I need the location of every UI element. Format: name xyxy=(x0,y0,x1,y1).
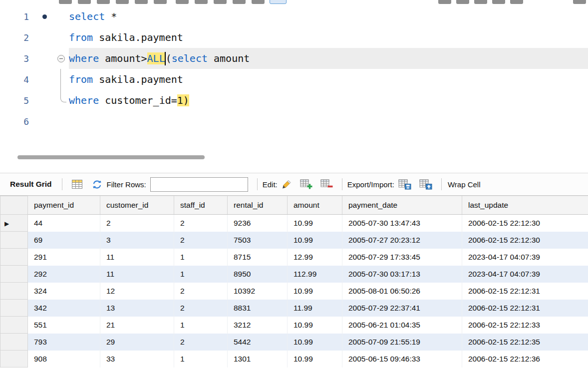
grid-row[interactable]: 342132883111.992005-07-29 22:37:412006-0… xyxy=(0,300,588,317)
export-recordset-icon[interactable] xyxy=(398,179,411,190)
grid-cell[interactable]: 2 xyxy=(174,300,228,317)
grid-cell[interactable]: 2006-02-15 22:12:30 xyxy=(462,232,588,249)
grid-cell[interactable]: 69 xyxy=(28,232,100,249)
grid-cell[interactable]: 2006-02-15 22:12:36 xyxy=(462,351,588,368)
grid-cell[interactable]: 2023-04-17 04:07:39 xyxy=(462,249,588,266)
grid-row[interactable]: 291111871512.992005-07-29 17:33:452023-0… xyxy=(0,249,588,266)
grid-row[interactable]: 3241221039210.992005-08-01 06:50:262006-… xyxy=(0,283,588,300)
grid-cell[interactable]: 2005-07-29 22:37:41 xyxy=(342,300,462,317)
delete-row-icon[interactable] xyxy=(320,179,333,189)
result-grid-icon[interactable] xyxy=(71,179,83,189)
code-text[interactable]: from sakila.payment xyxy=(69,27,588,48)
clipped-toolbar-icon[interactable] xyxy=(510,0,523,4)
grid-cell[interactable]: 12.99 xyxy=(288,249,342,266)
grid-row[interactable]: 551211321210.992005-06-21 01:04:352006-0… xyxy=(0,317,588,334)
grid-cell[interactable]: 2005-07-30 13:47:43 xyxy=(342,215,462,232)
grid-cell[interactable]: 3212 xyxy=(228,317,288,334)
grid-cell[interactable]: 2005-07-09 21:55:19 xyxy=(342,334,462,351)
grid-cell[interactable]: 291 xyxy=(28,249,100,266)
sql-editor[interactable]: 1select *2from sakila.payment3where amou… xyxy=(0,6,588,152)
grid-cell[interactable]: 8831 xyxy=(228,300,288,317)
grid-cell[interactable]: 2005-07-29 17:33:45 xyxy=(342,249,462,266)
grid-cell[interactable]: 793 xyxy=(28,334,100,351)
clipped-toolbar-icon[interactable] xyxy=(214,0,227,4)
grid-cell[interactable]: 21 xyxy=(100,317,174,334)
grid-cell[interactable]: 2006-02-15 22:12:31 xyxy=(462,300,588,317)
filter-rows-input[interactable] xyxy=(150,177,248,192)
column-header[interactable]: last_update xyxy=(462,196,588,215)
grid-cell[interactable]: 324 xyxy=(28,283,100,300)
clipped-toolbar-icon[interactable] xyxy=(195,0,208,4)
code-text[interactable]: from sakila.payment xyxy=(69,69,588,90)
grid-cell[interactable]: 2005-07-27 20:23:12 xyxy=(342,232,462,249)
grid-cell[interactable]: 10.99 xyxy=(288,334,342,351)
grid-cell[interactable]: 11 xyxy=(100,266,174,283)
grid-cell[interactable]: 12 xyxy=(100,283,174,300)
grid-cell[interactable]: 13 xyxy=(100,300,174,317)
grid-cell[interactable]: 8950 xyxy=(228,266,288,283)
grid-cell[interactable]: 10.99 xyxy=(288,232,342,249)
clipped-toolbar-icon[interactable] xyxy=(456,0,469,4)
column-header[interactable]: rental_id xyxy=(228,196,288,215)
grid-row[interactable]: ▶4422923610.992005-07-30 13:47:432006-02… xyxy=(0,215,588,232)
grid-row[interactable]: 793292544210.992005-07-09 21:55:192006-0… xyxy=(0,334,588,351)
grid-cell[interactable]: 292 xyxy=(28,266,100,283)
edit-pencil-icon[interactable] xyxy=(282,179,292,189)
clipped-toolbar-icon[interactable] xyxy=(573,0,586,4)
editor-line[interactable]: 2from sakila.payment xyxy=(0,27,588,48)
grid-cell[interactable]: 11 xyxy=(100,249,174,266)
editor-line[interactable]: 5where customer_id=1) xyxy=(0,90,588,111)
row-selector[interactable] xyxy=(0,232,28,249)
clipped-toolbar-icon[interactable] xyxy=(97,0,110,4)
grid-cell[interactable]: 908 xyxy=(28,351,100,368)
insert-row-icon[interactable] xyxy=(300,179,312,189)
grid-cell[interactable]: 2006-02-15 22:12:35 xyxy=(462,334,588,351)
row-selector[interactable]: ▶ xyxy=(0,215,28,232)
grid-cell[interactable]: 342 xyxy=(28,300,100,317)
row-selector[interactable] xyxy=(0,351,28,368)
row-selector[interactable] xyxy=(0,266,28,283)
grid-cell[interactable]: 1301 xyxy=(228,351,288,368)
grid-cell[interactable]: 10.99 xyxy=(288,351,342,368)
grid-cell[interactable]: 2005-06-15 09:46:33 xyxy=(342,351,462,368)
grid-cell[interactable]: 2 xyxy=(174,232,228,249)
row-selector[interactable] xyxy=(0,334,28,351)
grid-cell[interactable]: 1 xyxy=(174,351,228,368)
grid-row[interactable]: 6932750310.992005-07-27 20:23:122006-02-… xyxy=(0,232,588,249)
grid-cell[interactable]: 10.99 xyxy=(288,283,342,300)
clipped-toolbar-icon[interactable] xyxy=(176,0,189,4)
editor-line[interactable]: 1select * xyxy=(0,6,588,27)
column-header[interactable]: staff_id xyxy=(174,196,228,215)
clipped-toolbar-icon[interactable] xyxy=(135,0,148,4)
grid-cell[interactable]: 33 xyxy=(100,351,174,368)
editor-line[interactable]: 6 xyxy=(0,111,588,132)
row-selector[interactable] xyxy=(0,300,28,317)
grid-row[interactable]: 2921118950112.992005-07-30 03:17:132023-… xyxy=(0,266,588,283)
refresh-icon[interactable] xyxy=(91,179,103,190)
grid-cell[interactable]: 10392 xyxy=(228,283,288,300)
grid-cell[interactable]: 2005-06-21 01:04:35 xyxy=(342,317,462,334)
grid-cell[interactable]: 44 xyxy=(28,215,100,232)
grid-cell[interactable]: 2005-08-01 06:50:26 xyxy=(342,283,462,300)
grid-cell[interactable]: 11.99 xyxy=(288,300,342,317)
grid-cell[interactable]: 8715 xyxy=(228,249,288,266)
clipped-toolbar-icon[interactable] xyxy=(474,0,487,4)
grid-cell[interactable]: 2 xyxy=(174,283,228,300)
grid-cell[interactable]: 1 xyxy=(174,317,228,334)
grid-cell[interactable]: 2 xyxy=(174,334,228,351)
code-text[interactable]: select * xyxy=(69,6,588,27)
import-records-icon[interactable] xyxy=(419,179,432,190)
grid-cell[interactable]: 2 xyxy=(174,215,228,232)
grid-cell[interactable]: 1 xyxy=(174,266,228,283)
clipped-toolbar-icon[interactable] xyxy=(78,0,91,4)
code-text[interactable] xyxy=(69,111,588,132)
grid-cell[interactable]: 551 xyxy=(28,317,100,334)
grid-cell[interactable]: 2005-07-30 03:17:13 xyxy=(342,266,462,283)
clipped-toolbar-icon[interactable] xyxy=(492,0,505,4)
grid-cell[interactable]: 2023-04-17 04:07:39 xyxy=(462,266,588,283)
clipped-toolbar-icon[interactable] xyxy=(252,0,265,4)
clipped-toolbar-icon[interactable] xyxy=(233,0,246,4)
editor-line[interactable]: 3where amount>ALL(select amount xyxy=(0,48,588,69)
clipped-toolbar-icon[interactable] xyxy=(154,0,167,4)
grid-cell[interactable]: 7503 xyxy=(228,232,288,249)
